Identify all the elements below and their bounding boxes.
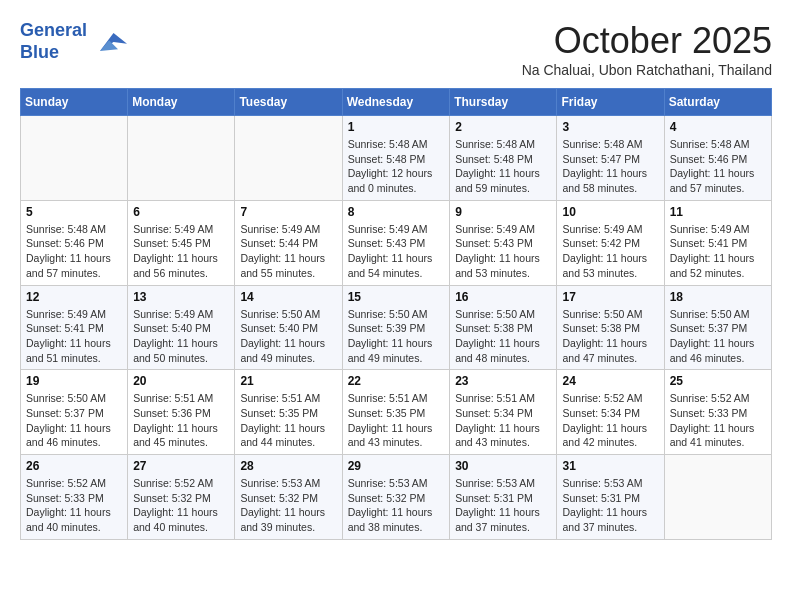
calendar-table: Sunday Monday Tuesday Wednesday Thursday…	[20, 88, 772, 540]
day-number: 28	[240, 459, 336, 473]
day-info: Sunrise: 5:48 AM Sunset: 5:46 PM Dayligh…	[26, 222, 122, 281]
day-number: 21	[240, 374, 336, 388]
month-title: October 2025	[522, 20, 772, 62]
day-info: Sunrise: 5:51 AM Sunset: 5:34 PM Dayligh…	[455, 391, 551, 450]
day-info: Sunrise: 5:49 AM Sunset: 5:44 PM Dayligh…	[240, 222, 336, 281]
calendar-cell: 11Sunrise: 5:49 AM Sunset: 5:41 PM Dayli…	[664, 200, 771, 285]
calendar-cell: 7Sunrise: 5:49 AM Sunset: 5:44 PM Daylig…	[235, 200, 342, 285]
day-info: Sunrise: 5:50 AM Sunset: 5:38 PM Dayligh…	[562, 307, 658, 366]
day-info: Sunrise: 5:48 AM Sunset: 5:48 PM Dayligh…	[348, 137, 445, 196]
day-number: 30	[455, 459, 551, 473]
calendar-cell: 27Sunrise: 5:52 AM Sunset: 5:32 PM Dayli…	[128, 455, 235, 540]
logo-bird-icon	[91, 24, 127, 60]
calendar-week-row: 1Sunrise: 5:48 AM Sunset: 5:48 PM Daylig…	[21, 116, 772, 201]
day-number: 14	[240, 290, 336, 304]
calendar-cell: 19Sunrise: 5:50 AM Sunset: 5:37 PM Dayli…	[21, 370, 128, 455]
day-info: Sunrise: 5:48 AM Sunset: 5:47 PM Dayligh…	[562, 137, 658, 196]
day-info: Sunrise: 5:51 AM Sunset: 5:35 PM Dayligh…	[348, 391, 445, 450]
col-monday: Monday	[128, 89, 235, 116]
calendar-week-row: 5Sunrise: 5:48 AM Sunset: 5:46 PM Daylig…	[21, 200, 772, 285]
calendar-cell: 18Sunrise: 5:50 AM Sunset: 5:37 PM Dayli…	[664, 285, 771, 370]
day-number: 12	[26, 290, 122, 304]
day-info: Sunrise: 5:53 AM Sunset: 5:31 PM Dayligh…	[562, 476, 658, 535]
day-number: 23	[455, 374, 551, 388]
calendar-cell	[235, 116, 342, 201]
calendar-cell: 3Sunrise: 5:48 AM Sunset: 5:47 PM Daylig…	[557, 116, 664, 201]
day-info: Sunrise: 5:49 AM Sunset: 5:45 PM Dayligh…	[133, 222, 229, 281]
calendar-cell: 31Sunrise: 5:53 AM Sunset: 5:31 PM Dayli…	[557, 455, 664, 540]
day-number: 22	[348, 374, 445, 388]
calendar-cell: 5Sunrise: 5:48 AM Sunset: 5:46 PM Daylig…	[21, 200, 128, 285]
day-number: 19	[26, 374, 122, 388]
calendar-cell: 8Sunrise: 5:49 AM Sunset: 5:43 PM Daylig…	[342, 200, 450, 285]
day-number: 7	[240, 205, 336, 219]
logo: General Blue	[20, 20, 127, 63]
calendar-cell: 2Sunrise: 5:48 AM Sunset: 5:48 PM Daylig…	[450, 116, 557, 201]
day-number: 2	[455, 120, 551, 134]
calendar-week-row: 19Sunrise: 5:50 AM Sunset: 5:37 PM Dayli…	[21, 370, 772, 455]
calendar-header: Sunday Monday Tuesday Wednesday Thursday…	[21, 89, 772, 116]
title-block: October 2025 Na Chaluai, Ubon Ratchathan…	[522, 20, 772, 78]
day-number: 10	[562, 205, 658, 219]
day-number: 24	[562, 374, 658, 388]
calendar-cell: 6Sunrise: 5:49 AM Sunset: 5:45 PM Daylig…	[128, 200, 235, 285]
day-info: Sunrise: 5:53 AM Sunset: 5:32 PM Dayligh…	[348, 476, 445, 535]
calendar-cell: 13Sunrise: 5:49 AM Sunset: 5:40 PM Dayli…	[128, 285, 235, 370]
day-info: Sunrise: 5:50 AM Sunset: 5:37 PM Dayligh…	[670, 307, 766, 366]
logo-text-line2: Blue	[20, 42, 87, 64]
calendar-cell	[21, 116, 128, 201]
day-info: Sunrise: 5:49 AM Sunset: 5:41 PM Dayligh…	[26, 307, 122, 366]
calendar-cell: 21Sunrise: 5:51 AM Sunset: 5:35 PM Dayli…	[235, 370, 342, 455]
calendar-cell: 23Sunrise: 5:51 AM Sunset: 5:34 PM Dayli…	[450, 370, 557, 455]
calendar-cell: 20Sunrise: 5:51 AM Sunset: 5:36 PM Dayli…	[128, 370, 235, 455]
calendar-cell: 14Sunrise: 5:50 AM Sunset: 5:40 PM Dayli…	[235, 285, 342, 370]
day-info: Sunrise: 5:48 AM Sunset: 5:48 PM Dayligh…	[455, 137, 551, 196]
day-info: Sunrise: 5:52 AM Sunset: 5:33 PM Dayligh…	[670, 391, 766, 450]
day-number: 8	[348, 205, 445, 219]
day-number: 1	[348, 120, 445, 134]
day-number: 31	[562, 459, 658, 473]
calendar-cell: 12Sunrise: 5:49 AM Sunset: 5:41 PM Dayli…	[21, 285, 128, 370]
calendar-cell	[664, 455, 771, 540]
calendar-cell: 16Sunrise: 5:50 AM Sunset: 5:38 PM Dayli…	[450, 285, 557, 370]
calendar-cell: 29Sunrise: 5:53 AM Sunset: 5:32 PM Dayli…	[342, 455, 450, 540]
page-header: General Blue October 2025 Na Chaluai, Ub…	[20, 20, 772, 78]
calendar-body: 1Sunrise: 5:48 AM Sunset: 5:48 PM Daylig…	[21, 116, 772, 540]
day-number: 18	[670, 290, 766, 304]
day-info: Sunrise: 5:49 AM Sunset: 5:40 PM Dayligh…	[133, 307, 229, 366]
calendar-week-row: 26Sunrise: 5:52 AM Sunset: 5:33 PM Dayli…	[21, 455, 772, 540]
day-info: Sunrise: 5:50 AM Sunset: 5:39 PM Dayligh…	[348, 307, 445, 366]
calendar-cell: 10Sunrise: 5:49 AM Sunset: 5:42 PM Dayli…	[557, 200, 664, 285]
day-number: 25	[670, 374, 766, 388]
day-info: Sunrise: 5:52 AM Sunset: 5:32 PM Dayligh…	[133, 476, 229, 535]
day-info: Sunrise: 5:48 AM Sunset: 5:46 PM Dayligh…	[670, 137, 766, 196]
calendar-cell: 1Sunrise: 5:48 AM Sunset: 5:48 PM Daylig…	[342, 116, 450, 201]
day-info: Sunrise: 5:51 AM Sunset: 5:36 PM Dayligh…	[133, 391, 229, 450]
day-info: Sunrise: 5:49 AM Sunset: 5:42 PM Dayligh…	[562, 222, 658, 281]
calendar-cell: 15Sunrise: 5:50 AM Sunset: 5:39 PM Dayli…	[342, 285, 450, 370]
calendar-cell: 4Sunrise: 5:48 AM Sunset: 5:46 PM Daylig…	[664, 116, 771, 201]
col-sunday: Sunday	[21, 89, 128, 116]
logo-text-line1: General	[20, 20, 87, 42]
day-info: Sunrise: 5:53 AM Sunset: 5:32 PM Dayligh…	[240, 476, 336, 535]
col-saturday: Saturday	[664, 89, 771, 116]
day-number: 6	[133, 205, 229, 219]
day-number: 27	[133, 459, 229, 473]
day-number: 16	[455, 290, 551, 304]
col-thursday: Thursday	[450, 89, 557, 116]
days-of-week-row: Sunday Monday Tuesday Wednesday Thursday…	[21, 89, 772, 116]
calendar-cell: 17Sunrise: 5:50 AM Sunset: 5:38 PM Dayli…	[557, 285, 664, 370]
day-number: 3	[562, 120, 658, 134]
calendar-cell: 28Sunrise: 5:53 AM Sunset: 5:32 PM Dayli…	[235, 455, 342, 540]
day-number: 17	[562, 290, 658, 304]
day-number: 15	[348, 290, 445, 304]
day-number: 11	[670, 205, 766, 219]
day-number: 29	[348, 459, 445, 473]
day-number: 4	[670, 120, 766, 134]
calendar-cell	[128, 116, 235, 201]
day-number: 20	[133, 374, 229, 388]
col-wednesday: Wednesday	[342, 89, 450, 116]
day-info: Sunrise: 5:49 AM Sunset: 5:43 PM Dayligh…	[348, 222, 445, 281]
calendar-cell: 9Sunrise: 5:49 AM Sunset: 5:43 PM Daylig…	[450, 200, 557, 285]
calendar-cell: 30Sunrise: 5:53 AM Sunset: 5:31 PM Dayli…	[450, 455, 557, 540]
